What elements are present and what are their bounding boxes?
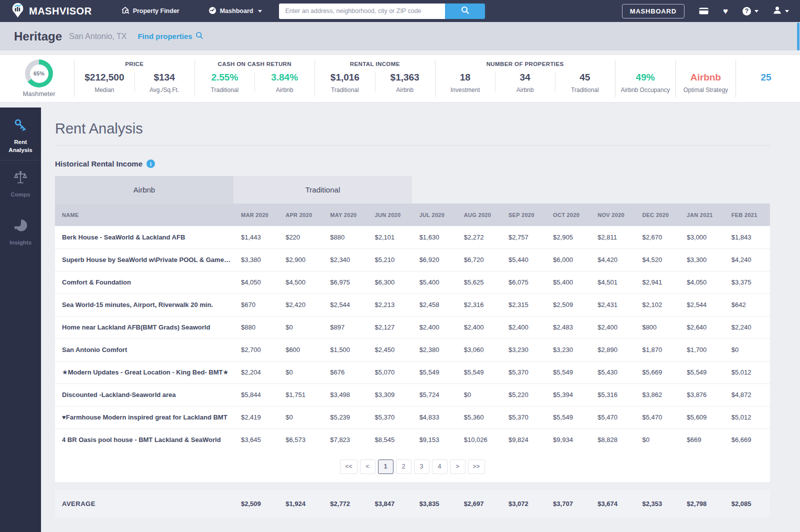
rent-value-cell: $5,220 [502, 384, 547, 406]
nav-mashboard-menu[interactable]: Mashboard [208, 6, 262, 16]
property-name-link[interactable]: Superb House by SeaWorld w\Private POOL … [55, 248, 235, 271]
page-button[interactable]: 3 [414, 460, 430, 474]
page-button[interactable]: 2 [396, 460, 412, 474]
rent-value-cell: $6,669 [726, 428, 770, 451]
table-row: 4 BR Oasis pool house - BMT Lackland & S… [55, 428, 770, 451]
rent-value-cell: $4,050 [235, 271, 280, 294]
table-row: San Antonio Comfort$2,700$600$1,500$2,45… [55, 338, 770, 361]
tab-traditional[interactable]: Traditional [234, 176, 412, 204]
average-label: AVERAGE [55, 490, 235, 518]
rent-value-cell: $9,824 [502, 428, 547, 451]
sidebar-item-comps[interactable]: Comps [0, 160, 41, 208]
page-button[interactable]: > [450, 460, 466, 474]
page-button[interactable]: 4 [432, 460, 448, 474]
sidebar-item-label: Comps [9, 191, 32, 199]
rent-value-cell: $2,458 [414, 294, 458, 316]
property-name-link[interactable]: ★Modern Updates - Great Location - King … [55, 361, 235, 384]
stat-label: Traditional [211, 86, 239, 94]
stat-value: 2.55% [211, 72, 238, 83]
rent-value-cell: $5,316 [592, 384, 636, 406]
table-row: ♥Farmhouse Modern inspired great for Lac… [55, 406, 770, 428]
search-button[interactable] [445, 4, 485, 19]
billing-card-icon[interactable] [699, 8, 708, 14]
rent-value-cell: $2,204 [235, 361, 280, 384]
page-button-current[interactable]: 1 [378, 460, 394, 474]
stat-value: $1,016 [330, 72, 360, 83]
find-properties-link[interactable]: Find properties [138, 32, 203, 41]
stat-item: 45Traditional [555, 70, 615, 97]
stat-item: AirbnbOptimal Strategy [676, 70, 736, 97]
property-name-link[interactable]: Berk House - SeaWorld & Lackland AFB [55, 226, 235, 248]
stat-group: PRICE$212,500Median$134Avg./Sq.Ft. [74, 60, 194, 97]
nav-property-finder[interactable]: Property Finder [121, 6, 180, 16]
search-input[interactable] [279, 4, 445, 19]
rent-value-cell: $5,609 [681, 406, 726, 428]
property-name-link[interactable]: ♥Farmhouse Modern inspired great for Lac… [55, 406, 235, 428]
property-finder-icon [121, 6, 130, 16]
month-column-header: OCT 2020 [547, 204, 592, 226]
rent-value-cell: $5,625 [458, 271, 502, 294]
month-column-header: JUN 2020 [368, 204, 413, 226]
account-menu[interactable] [773, 6, 789, 16]
stat-value: 3.84% [271, 72, 298, 83]
month-column-header: JAN 2021 [681, 204, 726, 226]
rent-value-cell: $2,340 [324, 248, 368, 271]
rent-value-cell: $5,669 [636, 361, 680, 384]
average-value-cell: $2,509 [235, 490, 280, 518]
mashvisor-logo[interactable]: MASHVISOR [11, 2, 92, 20]
property-name-link[interactable]: Comfort & Foundation [55, 271, 235, 294]
rent-value-cell: $3,300 [681, 248, 726, 271]
rent-value-cell: $2,941 [636, 271, 680, 294]
average-value-cell: $3,835 [414, 490, 458, 518]
page-button[interactable]: < [360, 460, 376, 474]
sidebar-item-insights[interactable]: Insights [0, 208, 41, 256]
mashboard-button[interactable]: MASHBOARD [622, 4, 684, 18]
sidebar-item-rent-analysis[interactable]: Rent Analysis [0, 112, 41, 160]
mashmeter: 65% Mashmeter [4, 60, 74, 98]
rent-value-cell: $4,500 [280, 271, 324, 294]
page-button[interactable]: << [340, 460, 357, 474]
tab-airbnb[interactable]: Airbnb [55, 176, 234, 204]
rent-value-cell: $10,026 [458, 428, 502, 451]
month-column-header: APR 2020 [280, 204, 324, 226]
stat-item: $1,363Airbnb [375, 70, 435, 97]
property-name-link[interactable]: Discounted -Lackland-Seaworld area [55, 384, 235, 406]
stat-value: Airbnb [690, 72, 721, 83]
property-name-link[interactable]: Home near Lackland AFB(BMT Grads) Seawor… [55, 316, 235, 338]
rent-value-cell: $800 [636, 316, 680, 338]
favorites-heart-icon[interactable]: ♥ [723, 7, 728, 16]
rent-value-cell: $4,050 [681, 271, 726, 294]
rent-value-cell: $1,630 [414, 226, 458, 248]
navbar-search [279, 4, 485, 19]
rent-value-cell: $5,012 [726, 361, 770, 384]
rent-value-cell: $3,309 [368, 384, 413, 406]
property-name-link[interactable]: Sea World-15 minutes, Airport, Riverwalk… [55, 294, 235, 316]
month-column-header: NOV 2020 [592, 204, 636, 226]
stat-group: AirbnbOptimal Strategy [676, 60, 736, 97]
rent-value-cell: $2,102 [636, 294, 680, 316]
rent-value-cell: $5,400 [547, 271, 592, 294]
stat-group: CASH ON CASH RETURN2.55%Traditional3.84%… [194, 60, 315, 97]
stat-item: 34Airbnb [495, 70, 555, 97]
info-icon[interactable]: i [146, 160, 155, 168]
page-button[interactable]: >> [468, 460, 485, 474]
rent-value-cell: $5,470 [592, 406, 636, 428]
stat-label: Airbnb [396, 86, 414, 94]
rent-value-cell: $669 [681, 428, 726, 451]
rent-value-cell: $5,470 [636, 406, 680, 428]
rent-value-cell: $7,823 [324, 428, 368, 451]
user-icon [773, 6, 782, 16]
property-name-link[interactable]: San Antonio Comfort [55, 338, 235, 361]
rent-value-cell: $2,757 [502, 226, 547, 248]
rent-value-cell: $2,400 [414, 316, 458, 338]
help-menu[interactable]: ? [742, 7, 758, 16]
stat-value: 18 [460, 72, 470, 83]
stat-label: Traditional [331, 86, 359, 94]
scrollbar-thumb[interactable] [797, 22, 800, 50]
average-value-cell: $2,798 [681, 490, 726, 518]
rent-value-cell: $880 [324, 226, 368, 248]
rent-value-cell: $5,549 [414, 361, 458, 384]
rent-value-cell: $2,240 [726, 316, 770, 338]
property-name-link[interactable]: 4 BR Oasis pool house - BMT Lackland & S… [55, 428, 235, 451]
rent-value-cell: $2,315 [502, 294, 547, 316]
